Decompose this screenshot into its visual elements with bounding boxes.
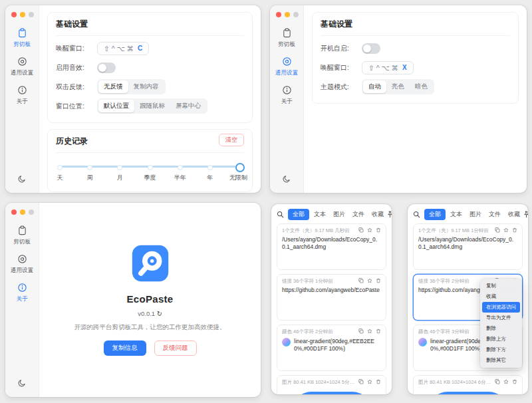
slider-stop[interactable] bbox=[117, 165, 122, 170]
search-icon[interactable] bbox=[277, 211, 284, 218]
feedback-button[interactable]: 反馈问题 bbox=[154, 340, 197, 356]
minimize-button[interactable] bbox=[20, 209, 25, 215]
tab-file[interactable]: 文件 bbox=[350, 209, 367, 220]
trash-icon[interactable] bbox=[512, 227, 517, 234]
clip-card-file[interactable]: 1个文件（夹）9.17 MB 几秒前 /Users/ayang/Download… bbox=[277, 223, 386, 270]
tab-image[interactable]: 图片 bbox=[331, 209, 348, 220]
tab-text[interactable]: 文本 bbox=[311, 209, 329, 220]
menu-item-favorite[interactable]: 收藏 bbox=[482, 291, 520, 302]
sound-toggle[interactable] bbox=[97, 63, 116, 73]
settings-content: 基础设置 开机自启: 唤醒窗口: ⇧ ^ ⌥ ⌘ X 主题模式: 自动 bbox=[304, 5, 527, 193]
copy-icon[interactable] bbox=[358, 227, 364, 234]
menu-item-export-as-file[interactable]: 导出为文件 bbox=[482, 313, 520, 323]
slider-stop[interactable] bbox=[87, 165, 92, 170]
minimize-button[interactable] bbox=[285, 12, 290, 17]
pin-icon[interactable] bbox=[523, 211, 528, 218]
trash-icon[interactable] bbox=[376, 379, 381, 386]
tab-all[interactable]: 全部 bbox=[424, 209, 446, 220]
autostart-toggle[interactable] bbox=[362, 43, 380, 54]
copy-info-button[interactable]: 复制信息 bbox=[104, 340, 146, 356]
sidebar-item-general[interactable]: 通用设置 bbox=[11, 254, 33, 275]
zoom-button[interactable] bbox=[29, 209, 34, 215]
trash-icon[interactable] bbox=[376, 227, 381, 234]
sidebar-item-general[interactable]: 通用设置 bbox=[11, 57, 33, 77]
dark-mode-toggle[interactable] bbox=[282, 174, 291, 186]
sidebar-item-general[interactable]: 通用设置 bbox=[275, 57, 298, 77]
slider-stop[interactable] bbox=[178, 165, 183, 170]
dark-mode-toggle[interactable] bbox=[17, 378, 27, 390]
close-button[interactable] bbox=[11, 12, 17, 17]
shortcut-input[interactable]: ⇧ ^ ⌥ ⌘ C bbox=[97, 42, 149, 55]
close-button[interactable] bbox=[11, 209, 17, 215]
slider-stop[interactable] bbox=[148, 165, 153, 170]
history-duration-slider[interactable]: 天 周 月 季度 半年 年 无限制 bbox=[60, 162, 240, 186]
star-icon[interactable] bbox=[367, 227, 372, 234]
zoom-button[interactable] bbox=[293, 12, 299, 17]
sidebar-item-about[interactable]: 关于 bbox=[17, 283, 28, 303]
slider-stop[interactable] bbox=[57, 165, 63, 170]
tab-favorites[interactable]: 收藏 bbox=[369, 209, 386, 220]
window-settings-general: 剪切板 通用设置 关于 基础设置 开机自启: bbox=[270, 5, 527, 193]
clip-card-link[interactable]: 链接 36个字符 1分钟前 https://github.com/ayangwe… bbox=[277, 274, 386, 321]
trash-icon[interactable] bbox=[376, 278, 381, 285]
segment-option[interactable]: 默认位置 bbox=[98, 100, 134, 112]
star-icon[interactable] bbox=[367, 329, 372, 335]
menu-item-delete-above[interactable]: 删除上方 bbox=[482, 334, 520, 344]
tick-label: 季度 bbox=[144, 174, 156, 182]
copy-icon[interactable] bbox=[358, 379, 364, 386]
trash-icon[interactable] bbox=[376, 329, 381, 335]
segment-option[interactable]: 暗色 bbox=[410, 80, 433, 93]
copy-icon[interactable] bbox=[495, 227, 500, 234]
clip-card-color[interactable]: 颜色 46个字符 2分钟前 linear-gradient(90deg,#EEB… bbox=[277, 325, 386, 371]
tab-text[interactable]: 文本 bbox=[448, 209, 465, 220]
check-update-icon[interactable]: ↻ bbox=[157, 310, 162, 317]
trash-icon[interactable] bbox=[512, 379, 517, 386]
star-icon[interactable] bbox=[503, 379, 509, 386]
star-icon[interactable] bbox=[367, 278, 372, 285]
pin-icon[interactable] bbox=[386, 211, 392, 218]
segment-option[interactable]: 跟随鼠标 bbox=[134, 100, 170, 112]
star-icon[interactable] bbox=[367, 379, 372, 386]
modifier-keys: ⇧ ^ ⌥ ⌘ bbox=[368, 64, 398, 72]
copy-icon[interactable] bbox=[358, 329, 364, 335]
clip-card-file[interactable]: 1个文件（夹）9.17 MB 1分钟前 /Users/ayang/Downloa… bbox=[413, 223, 523, 270]
menu-item-delete-others[interactable]: 删除其它 bbox=[482, 355, 520, 366]
shortcut-input[interactable]: ⇧ ^ ⌥ ⌘ X bbox=[362, 61, 414, 74]
sidebar-item-about[interactable]: 关于 bbox=[17, 85, 28, 106]
app-description: 开源的跨平台剪切板工具，让您的工作更加高效便捷。 bbox=[74, 323, 226, 332]
slider-handle[interactable] bbox=[235, 163, 245, 172]
autostart-label: 开机自启: bbox=[321, 44, 362, 53]
copy-icon[interactable] bbox=[495, 379, 500, 386]
menu-item-open-in-browser[interactable]: 在浏览器访问 bbox=[482, 302, 520, 313]
clear-history-button[interactable]: 清空 bbox=[219, 134, 244, 146]
basic-settings-card: 基础设置 开机自启: 唤醒窗口: ⇧ ^ ⌥ ⌘ X 主题模式: 自动 bbox=[312, 12, 519, 104]
slider-stop[interactable] bbox=[207, 165, 213, 170]
sidebar-item-clipboard[interactable]: 剪切板 bbox=[13, 225, 31, 246]
minimize-button[interactable] bbox=[20, 12, 25, 17]
menu-item-copy[interactable]: 复制 bbox=[482, 281, 520, 291]
menu-item-delete[interactable]: 删除 bbox=[482, 323, 520, 334]
zoom-button[interactable] bbox=[29, 12, 34, 17]
segment-option[interactable]: 复制内容 bbox=[128, 80, 164, 93]
tab-all[interactable]: 全部 bbox=[288, 209, 309, 220]
tab-image[interactable]: 图片 bbox=[467, 209, 484, 220]
tab-favorites[interactable]: 收藏 bbox=[505, 209, 523, 220]
segment-option[interactable]: 亮色 bbox=[386, 80, 410, 93]
segment-option[interactable]: 无反馈 bbox=[98, 80, 128, 93]
segment-option[interactable]: 屏幕中心 bbox=[170, 100, 206, 112]
star-icon[interactable] bbox=[503, 227, 509, 234]
dark-mode-toggle[interactable] bbox=[17, 174, 27, 186]
sidebar-item-clipboard[interactable]: 剪切板 bbox=[278, 28, 295, 49]
menu-item-delete-below[interactable]: 删除下方 bbox=[482, 344, 520, 355]
copy-icon[interactable] bbox=[358, 278, 364, 285]
clip-card-image[interactable]: 图片 80.41 KB 1024×1024 5分钟前 bbox=[277, 375, 386, 394]
tab-file[interactable]: 文件 bbox=[486, 209, 503, 220]
clip-card-image[interactable]: 图片 80.41 KB 1024×1024 6分钟前 bbox=[413, 375, 523, 394]
segment-option[interactable]: 自动 bbox=[363, 80, 386, 93]
sidebar-item-clipboard[interactable]: 剪切板 bbox=[13, 28, 31, 49]
about-content: EcoPaste v0.0.1 ↻ 开源的跨平台剪切板工具，让您的工作更加高效便… bbox=[39, 203, 261, 397]
window-settings-clipboard: 剪切板 通用设置 关于 基础设置 唤醒窗口: ⇧ ^ ⌥ ⌘ bbox=[5, 5, 261, 193]
close-button[interactable] bbox=[276, 12, 281, 17]
sidebar-item-about[interactable]: 关于 bbox=[281, 85, 293, 106]
search-icon[interactable] bbox=[413, 211, 420, 218]
